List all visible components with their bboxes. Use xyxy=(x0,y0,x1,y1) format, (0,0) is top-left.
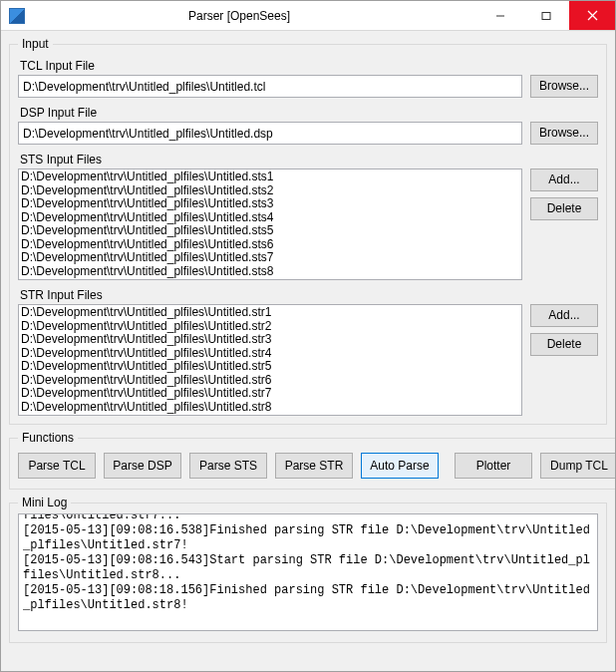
parse-sts-button[interactable]: Parse STS xyxy=(189,453,267,479)
list-item[interactable]: D:\Development\trv\Untitled_plfiles\Unti… xyxy=(21,374,519,388)
maximize-icon xyxy=(541,11,551,21)
dsp-browse-button[interactable]: Browse... xyxy=(530,122,598,145)
tcl-label: TCL Input File xyxy=(20,59,598,73)
sts-delete-button[interactable]: Delete xyxy=(530,197,598,220)
maximize-button[interactable] xyxy=(523,1,569,30)
list-item[interactable]: D:\Development\trv\Untitled_plfiles\Unti… xyxy=(21,265,519,279)
dsp-label: DSP Input File xyxy=(20,106,598,120)
dump-tcl-button[interactable]: Dump TCL xyxy=(540,453,615,479)
list-item[interactable]: D:\Development\trv\Untitled_plfiles\Unti… xyxy=(21,347,519,361)
svg-rect-1 xyxy=(542,12,550,19)
parse-dsp-button[interactable]: Parse DSP xyxy=(104,453,181,479)
close-icon xyxy=(587,10,598,21)
close-button[interactable] xyxy=(569,1,615,30)
list-item[interactable]: D:\Development\trv\Untitled_plfiles\Unti… xyxy=(21,387,519,401)
list-item[interactable]: D:\Development\trv\Untitled_plfiles\Unti… xyxy=(21,320,519,334)
parse-tcl-button[interactable]: Parse TCL xyxy=(18,453,96,479)
parse-str-button[interactable]: Parse STR xyxy=(275,453,353,479)
input-group: Input TCL Input File Browse... DSP Input… xyxy=(9,37,607,425)
sts-add-button[interactable]: Add... xyxy=(530,168,598,191)
sts-listbox[interactable]: D:\Development\trv\Untitled_plfiles\Unti… xyxy=(18,168,522,280)
str-delete-button[interactable]: Delete xyxy=(530,333,598,356)
list-item[interactable]: D:\Development\trv\Untitled_plfiles\Unti… xyxy=(21,184,519,198)
tcl-input[interactable] xyxy=(18,75,522,98)
list-item[interactable]: D:\Development\trv\Untitled_plfiles\Unti… xyxy=(21,224,519,238)
client-area: Input TCL Input File Browse... DSP Input… xyxy=(1,31,615,671)
list-item[interactable]: D:\Development\trv\Untitled_plfiles\Unti… xyxy=(21,211,519,225)
list-item[interactable]: D:\Development\trv\Untitled_plfiles\Unti… xyxy=(21,306,519,320)
dsp-input[interactable] xyxy=(18,122,522,145)
str-label: STR Input Files xyxy=(20,288,598,302)
functions-legend: Functions xyxy=(18,431,78,445)
minimize-icon xyxy=(495,11,505,21)
list-item[interactable]: D:\Development\trv\Untitled_plfiles\Unti… xyxy=(21,401,519,415)
list-item[interactable]: D:\Development\trv\Untitled_plfiles\Unti… xyxy=(21,333,519,347)
log-legend: Mini Log xyxy=(18,496,71,509)
list-item[interactable]: D:\Development\trv\Untitled_plfiles\Unti… xyxy=(21,251,519,265)
minimize-button[interactable] xyxy=(477,1,523,30)
log-group: Mini Log xyxy=(9,496,607,643)
input-legend: Input xyxy=(18,37,53,51)
window-controls xyxy=(477,1,615,30)
tcl-browse-button[interactable]: Browse... xyxy=(530,75,598,98)
list-item[interactable]: D:\Development\trv\Untitled_plfiles\Unti… xyxy=(21,360,519,374)
list-item[interactable]: D:\Development\trv\Untitled_plfiles\Unti… xyxy=(21,170,519,184)
functions-group: Functions Parse TCL Parse DSP Parse STS … xyxy=(9,431,615,490)
app-window: Parser [OpenSees] Input TCL Input File B… xyxy=(0,0,616,672)
list-item[interactable]: D:\Development\trv\Untitled_plfiles\Unti… xyxy=(21,238,519,252)
str-listbox[interactable]: D:\Development\trv\Untitled_plfiles\Unti… xyxy=(18,304,522,416)
window-title: Parser [OpenSees] xyxy=(1,9,477,23)
log-textarea[interactable] xyxy=(18,513,598,631)
plotter-button[interactable]: Plotter xyxy=(455,453,532,479)
str-add-button[interactable]: Add... xyxy=(530,304,598,327)
titlebar[interactable]: Parser [OpenSees] xyxy=(1,1,615,31)
sts-label: STS Input Files xyxy=(20,153,598,167)
list-item[interactable]: D:\Development\trv\Untitled_plfiles\Unti… xyxy=(21,197,519,211)
auto-parse-button[interactable]: Auto Parse xyxy=(361,453,439,479)
